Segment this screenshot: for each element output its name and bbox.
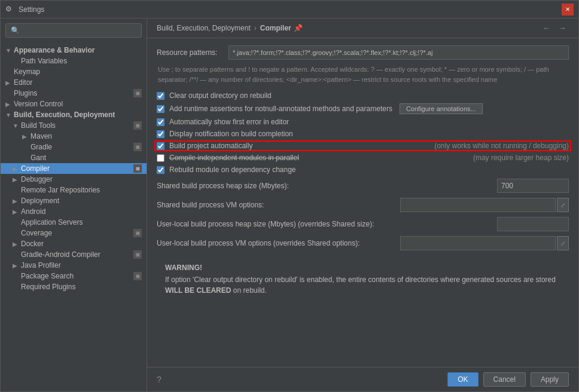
clear-output-checkbox[interactable]	[157, 92, 164, 100]
sidebar-item-label: Deployment	[21, 197, 142, 205]
sidebar: 🔍 ▼ Appearance & Behavior Path Variables…	[1, 19, 147, 391]
bottom-bar: ? OK Cancel Apply	[147, 367, 578, 391]
configure-annotations-button[interactable]: Configure annotations...	[400, 103, 483, 114]
resource-patterns-input[interactable]	[228, 45, 569, 60]
app-icon: ⚙	[5, 5, 15, 14]
sidebar-item-path-variables[interactable]: Path Variables	[1, 56, 147, 66]
user-heap-input[interactable]	[497, 217, 569, 231]
collapse-arrow: ▶	[5, 101, 13, 108]
sidebar-item-keymap[interactable]: Keymap	[1, 66, 147, 77]
spacer	[5, 69, 13, 75]
sidebar-item-label: Maven	[31, 132, 142, 140]
checkbox-clear-output: Clear output directory on rebuild	[157, 91, 569, 100]
sidebar-item-label: Build Tools	[21, 121, 131, 130]
sidebar-item-build-execution-deployment[interactable]: ▼ Build, Execution, Deployment	[1, 109, 147, 120]
user-vm-row: User-local build process VM options (ove…	[157, 236, 569, 250]
pin-icon[interactable]: 📌	[294, 24, 303, 32]
spacer	[13, 219, 20, 226]
checkbox-add-runtime: Add runtime assertions for notnull-annot…	[157, 103, 569, 114]
sidebar-item-android[interactable]: ▶ Android	[1, 206, 147, 217]
sidebar-item-maven[interactable]: ▶ Maven	[1, 131, 147, 142]
rebuild-dependency-label: Rebuild module on dependency change	[169, 166, 296, 174]
sidebar-tree: ▼ Appearance & Behavior Path Variables K…	[1, 42, 147, 391]
rebuild-dependency-checkbox[interactable]	[157, 166, 164, 174]
help-icon[interactable]: ?	[157, 375, 161, 384]
sidebar-item-gradle-android[interactable]: Gradle-Android Compiler ⊞	[1, 249, 147, 260]
spacer	[13, 284, 20, 290]
sidebar-item-remote-jar[interactable]: Remote Jar Repositories	[1, 185, 147, 195]
hint-text: Use ; to separate patterns and ! to nega…	[157, 65, 569, 84]
collapse-arrow: ▶	[13, 176, 20, 183]
search-box[interactable]: 🔍	[5, 23, 142, 38]
sidebar-item-editor[interactable]: ▶ Editor	[1, 77, 147, 88]
sidebar-item-label: Compiler	[21, 164, 131, 173]
sidebar-item-label: Coverage	[21, 229, 131, 237]
sidebar-item-required-plugins[interactable]: Required Plugins	[1, 281, 147, 292]
sidebar-item-application-servers[interactable]: Application Servers	[1, 217, 147, 228]
user-vm-expand-button[interactable]: ⤢	[557, 236, 569, 250]
shared-heap-row: Shared build process heap size (Mbytes):	[157, 179, 569, 193]
close-button[interactable]: ✕	[562, 4, 574, 16]
spacer	[13, 187, 20, 194]
sidebar-item-label: Appearance & Behavior	[14, 46, 142, 54]
search-input[interactable]	[22, 26, 136, 35]
main-content: 🔍 ▼ Appearance & Behavior Path Variables…	[1, 19, 578, 391]
shared-heap-input[interactable]	[497, 179, 569, 193]
settings-content: Resource patterns: Use ; to separate pat…	[147, 38, 578, 367]
sidebar-item-label: Debugger	[21, 175, 142, 183]
compiler-icon: ⊞	[133, 164, 142, 173]
compile-independent-label: Compile independent modules in parallel	[169, 154, 299, 162]
sidebar-item-gradle[interactable]: Gradle ⊞	[1, 142, 147, 152]
cancel-button[interactable]: Cancel	[483, 372, 526, 387]
resource-patterns-label: Resource patterns:	[157, 48, 228, 57]
ok-button[interactable]: OK	[447, 372, 478, 387]
breadcrumb-path: Build, Execution, Deployment	[157, 24, 251, 32]
collapse-arrow: ▼	[13, 122, 20, 129]
sidebar-item-java-profiler[interactable]: ▶ Java Profiler	[1, 260, 147, 271]
sidebar-item-label: Required Plugins	[21, 283, 142, 291]
plugins-icon: ⊞	[133, 89, 142, 97]
add-runtime-checkbox[interactable]	[157, 105, 164, 113]
spacer	[5, 90, 13, 97]
sidebar-item-version-control[interactable]: ▶ Version Control	[1, 99, 147, 109]
breadcrumb-separator: ›	[254, 24, 257, 32]
shared-vm-input[interactable]	[400, 198, 556, 212]
sidebar-item-package-search[interactable]: Package Search ⊞	[1, 271, 147, 281]
display-notification-label: Display notification on build completion	[169, 130, 293, 138]
right-panel: Build, Execution, Deployment › Compiler …	[147, 19, 578, 391]
sidebar-item-build-tools[interactable]: ▼ Build Tools ⊞	[1, 120, 147, 131]
sidebar-item-coverage[interactable]: Coverage ⊞	[1, 228, 147, 238]
sidebar-item-label: Gradle-Android Compiler	[21, 250, 131, 259]
checkbox-build-automatically: Build project automatically (only works …	[157, 142, 569, 150]
sidebar-item-label: Java Profiler	[21, 261, 142, 270]
sidebar-item-deployment[interactable]: ▶ Deployment	[1, 195, 147, 206]
forward-button[interactable]: →	[556, 23, 569, 33]
sidebar-item-label: Path Variables	[21, 57, 142, 65]
display-notification-checkbox[interactable]	[157, 130, 164, 138]
back-button[interactable]: ←	[540, 23, 553, 33]
clear-output-label: Clear output directory on rebuild	[169, 91, 272, 100]
sidebar-item-debugger[interactable]: ▶ Debugger	[1, 174, 147, 185]
collapse-arrow: ▶	[13, 241, 20, 247]
build-automatically-checkbox[interactable]	[157, 142, 164, 150]
show-error-checkbox[interactable]	[157, 118, 164, 126]
compile-independent-checkbox[interactable]	[157, 154, 164, 162]
add-runtime-label: Add runtime assertions for notnull-annot…	[169, 105, 392, 113]
sidebar-item-gant[interactable]: Gant	[1, 152, 147, 163]
checkbox-display-notification: Display notification on build completion	[157, 130, 569, 138]
shared-vm-expand-button[interactable]: ⤢	[557, 198, 569, 212]
sidebar-item-appearance-behavior[interactable]: ▼ Appearance & Behavior	[1, 45, 147, 56]
sidebar-item-label: Editor	[14, 78, 142, 87]
sidebar-item-label: Build, Execution, Deployment	[14, 111, 142, 119]
spacer	[13, 252, 20, 258]
user-vm-input[interactable]	[400, 236, 556, 250]
sidebar-item-docker[interactable]: ▶ Docker	[1, 238, 147, 249]
sidebar-item-label: Keymap	[14, 68, 142, 76]
sidebar-item-plugins[interactable]: Plugins ⊞	[1, 88, 147, 99]
resource-patterns-row: Resource patterns:	[157, 45, 569, 60]
spacer	[13, 273, 20, 280]
sidebar-item-compiler[interactable]: ▶ Compiler ⊞	[1, 163, 147, 174]
apply-button[interactable]: Apply	[531, 372, 569, 387]
collapse-arrow: ▶	[5, 79, 13, 86]
spacer	[22, 155, 29, 161]
